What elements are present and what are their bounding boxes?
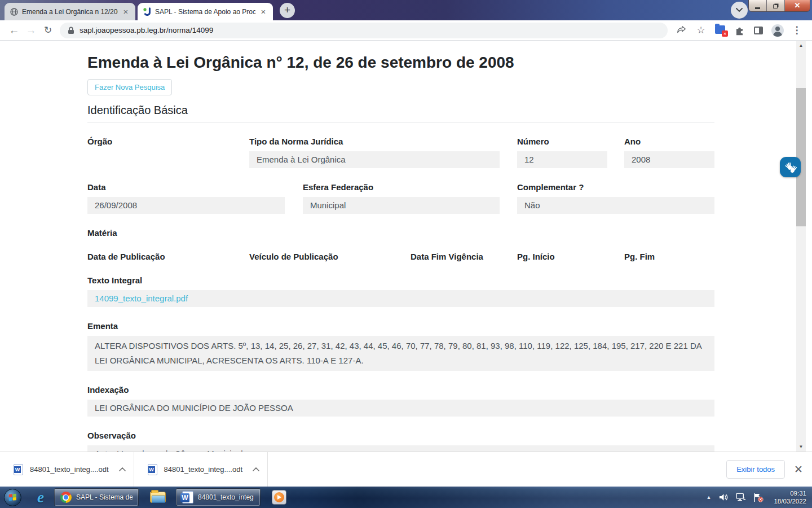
field-label-data-fim-vigencia: Data Fim Vigência	[411, 252, 517, 261]
back-button[interactable]: ←	[6, 24, 23, 37]
web-page: Emenda à Lei Orgânica n° 12, de 26 de se…	[0, 41, 812, 452]
volume-button[interactable]	[719, 493, 729, 502]
browser-window: Emenda a Lei Orgânica n 12/200 × SAPL - …	[0, 0, 812, 508]
forward-button[interactable]: →	[23, 24, 39, 37]
avatar	[771, 24, 784, 37]
field-label-data-publicacao: Data de Publicação	[87, 252, 249, 261]
section-heading: Identificação Básica	[87, 104, 714, 122]
form-row: Data de Publicação Veículo de Publicação…	[87, 252, 714, 261]
nova-pesquisa-button[interactable]: Fazer Nova Pesquisa	[87, 79, 172, 95]
download-filename: 84801_texto_integ....odt	[164, 465, 243, 474]
window-close-button[interactable]: ✕	[785, 0, 810, 11]
file-explorer-icon[interactable]	[150, 492, 166, 503]
windows-taskbar: e SAPL - Sistema de... W 84801_texto_int…	[0, 487, 812, 508]
share-button[interactable]	[676, 24, 688, 37]
download-item[interactable]: 84801_texto_integ....odt	[0, 452, 134, 487]
extensions-button[interactable]	[733, 24, 745, 37]
tab-close-icon[interactable]: ×	[259, 7, 268, 16]
bookmark-star-button[interactable]: ☆	[695, 24, 707, 37]
window-minimize-button[interactable]	[749, 0, 767, 11]
speaker-icon	[719, 493, 729, 502]
media-player-icon[interactable]	[272, 490, 286, 505]
show-all-downloads-button[interactable]: Exibir todos	[726, 460, 785, 479]
share-icon	[677, 25, 687, 36]
tab-close-icon[interactable]: ×	[121, 7, 130, 16]
downloads-bar-close-icon[interactable]: ✕	[794, 464, 803, 475]
taskbar-word-window[interactable]: W 84801_texto_integ...	[176, 488, 261, 506]
field-value-ementa: ALTERA DISPOSITIVOS DOS ARTS. 5º, 13, 14…	[87, 336, 714, 371]
system-tray: ▲	[707, 487, 812, 508]
word-icon: W	[182, 491, 193, 503]
scrollbar-thumb[interactable]	[796, 88, 806, 226]
chevron-down-icon	[736, 8, 743, 12]
odt-file-icon	[14, 464, 23, 475]
chevron-up-icon[interactable]	[119, 467, 126, 471]
sign-language-hands-icon	[784, 160, 797, 174]
restore-icon	[773, 5, 778, 8]
start-button[interactable]	[4, 489, 21, 506]
field-value-ano: 2008	[624, 151, 714, 168]
window-restore-button[interactable]	[767, 0, 785, 11]
form-row: Matéria	[87, 228, 714, 238]
browser-toolbar: ← → ↻ sapl.joaopessoa.pb.leg.br/norma/14…	[0, 20, 812, 41]
form-row: Texto Integral 14099_texto_integral.pdf	[87, 275, 714, 307]
extension-error-button[interactable]: ×	[714, 24, 726, 37]
field-label-pg-inicio: Pg. Início	[517, 252, 624, 261]
handtalk-accessibility-button[interactable]	[780, 157, 801, 177]
windows-logo-icon	[8, 493, 17, 502]
new-tab-button[interactable]: +	[280, 3, 295, 18]
close-icon: ✕	[795, 1, 801, 11]
page-scrollbar[interactable]: ▲ ▼	[796, 41, 806, 452]
window-controls: ✕	[748, 0, 810, 12]
puzzle-icon	[734, 25, 745, 36]
flag-alert-icon	[753, 493, 764, 502]
form-row: Observação Autor Vereadores da Câmara Mu…	[87, 431, 714, 452]
tab-strip: Emenda a Lei Orgânica n 12/200 × SAPL - …	[0, 0, 812, 20]
address-bar[interactable]: sapl.joaopessoa.pb.leg.br/norma/14099	[60, 23, 668, 38]
field-value-complementar: Não	[517, 197, 714, 214]
download-filename: 84801_texto_integ....odt	[30, 465, 109, 474]
profile-button[interactable]	[771, 24, 784, 37]
field-value-texto-integral: 14099_texto_integral.pdf	[87, 290, 714, 307]
tab-title: SAPL - Sistema de Apoio ao Proc	[155, 8, 255, 16]
texto-integral-pdf-link[interactable]: 14099_texto_integral.pdf	[95, 294, 188, 303]
side-panel-button[interactable]	[752, 24, 765, 37]
sapl-logo-icon	[143, 7, 152, 16]
scroll-down-arrow[interactable]: ▼	[796, 443, 806, 452]
browser-menu-button[interactable]: ⋮	[791, 24, 803, 37]
form-row: Ementa ALTERA DISPOSITIVOS DOS ARTS. 5º,…	[87, 321, 714, 371]
field-label-observacao: Observação	[87, 431, 714, 440]
field-label-pg-fim: Pg. Fim	[624, 252, 655, 261]
field-value-numero: 12	[517, 151, 607, 168]
field-value-tipo-norma: Emenda à Lei Orgânica	[249, 151, 500, 168]
page-title: Emenda à Lei Orgânica n° 12, de 26 de se…	[87, 54, 714, 72]
action-center-button[interactable]	[753, 493, 764, 502]
taskbar-clock[interactable]: 09:31 18/03/2022	[774, 489, 806, 505]
network-button[interactable]	[735, 493, 746, 502]
download-item[interactable]: 84801_texto_integ....odt	[134, 452, 268, 487]
field-label-tipo-norma: Tipo da Norma Jurídica	[249, 137, 517, 146]
chevron-up-icon[interactable]	[253, 467, 259, 471]
tab-sapl[interactable]: SAPL - Sistema de Apoio ao Proc ×	[138, 3, 273, 20]
form-row: Órgão Tipo da Norma Jurídica Emenda à Le…	[87, 137, 714, 168]
field-label-veiculo-publicacao: Veículo de Publicação	[249, 252, 411, 261]
toolbar-actions: ☆ × ⋮	[676, 24, 803, 37]
show-hidden-icons-button[interactable]: ▲	[707, 494, 712, 500]
field-label-orgao: Órgão	[87, 137, 249, 146]
internet-explorer-icon[interactable]: e	[37, 489, 44, 506]
field-value-data: 26/09/2008	[87, 197, 285, 214]
field-label-ano: Ano	[624, 137, 714, 146]
tab-emenda[interactable]: Emenda a Lei Orgânica n 12/200 ×	[5, 3, 135, 20]
globe-icon	[10, 7, 19, 16]
scroll-up-arrow[interactable]: ▲	[796, 41, 806, 50]
chrome-icon	[60, 492, 72, 503]
field-value-indexacao: LEI ORGÂNICA DO MUNICÍPIO DE JOÃO PESSOA	[87, 400, 714, 417]
tab-search-button[interactable]	[731, 2, 748, 19]
field-label-ementa: Ementa	[87, 321, 714, 331]
clock-date: 18/03/2022	[774, 497, 806, 505]
network-icon	[735, 493, 746, 502]
taskbar-chrome-window[interactable]: SAPL - Sistema de...	[54, 488, 139, 506]
reload-button[interactable]: ↻	[39, 24, 56, 36]
side-panel-icon	[754, 27, 763, 34]
field-value-esfera: Municipal	[303, 197, 500, 214]
